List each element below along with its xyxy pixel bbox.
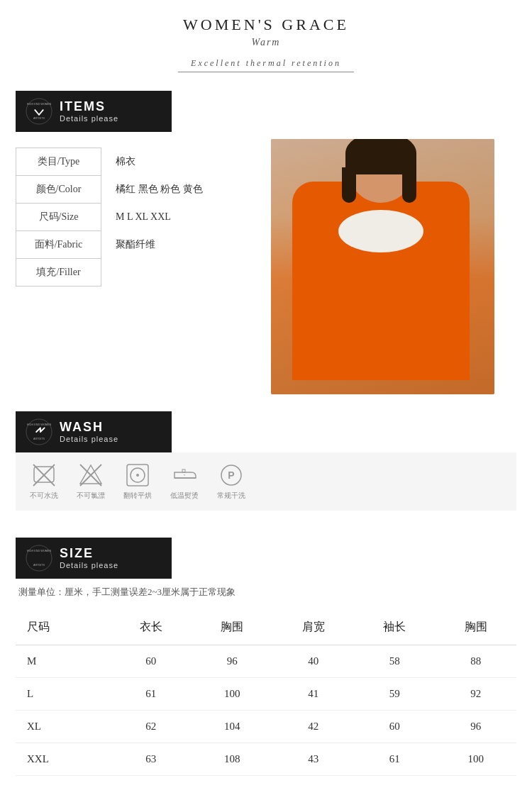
size-table-row: XXL631084361100 bbox=[16, 743, 516, 776]
wash-badge-main: WASH bbox=[60, 421, 118, 435]
size-data-cell: 62 bbox=[111, 711, 192, 743]
svg-point-13 bbox=[136, 474, 139, 477]
size-name-cell: M bbox=[16, 645, 111, 678]
items-table-row: 类目/Type棉衣 bbox=[16, 148, 257, 176]
size-data-cell: 92 bbox=[436, 678, 517, 711]
size-badge-main: SIZE bbox=[60, 547, 118, 561]
items-section: HIGH END WOMEN ARTISTS ITEMS Details ple… bbox=[0, 78, 532, 394]
svg-text:P: P bbox=[228, 469, 234, 481]
items-badge: HIGH END WOMEN ARTISTS ITEMS Details ple… bbox=[16, 91, 172, 132]
wash-icon-no-wash: 不可水洗 bbox=[30, 462, 58, 501]
page-header: WOMEN'S GRACE Warm Excellent thermal ret… bbox=[0, 0, 532, 78]
wash-icon-dry-clean: P 常规干洗 bbox=[217, 462, 245, 501]
svg-text:ARTISTS: ARTISTS bbox=[33, 564, 45, 567]
size-data-cell: 40 bbox=[273, 645, 354, 678]
size-data-cell: 43 bbox=[273, 743, 354, 776]
brand-subtitle: Warm bbox=[0, 37, 532, 48]
wash-badge: HIGH END WOMEN ARTISTS WASH Details plea… bbox=[16, 411, 172, 452]
size-table-row: XL62104426096 bbox=[16, 711, 516, 743]
items-label-cell: 填充/Filler bbox=[16, 259, 101, 287]
items-table-row: 面料/Fabric聚酯纤维 bbox=[16, 231, 257, 259]
size-data-cell: 61 bbox=[354, 743, 435, 776]
items-table-row: 颜色/Color橘红 黑色 粉色 黄色 bbox=[16, 176, 257, 204]
brand-title: WOMEN'S GRACE bbox=[0, 16, 532, 34]
size-col-header: 肩宽 bbox=[273, 610, 354, 645]
size-col-header: 衣长 bbox=[111, 610, 192, 645]
size-name-cell: XL bbox=[16, 711, 111, 743]
wash-badge-sub: Details please bbox=[60, 435, 118, 443]
size-note: 测量单位：厘米，手工测量误差2~3厘米属于正常现象 bbox=[16, 579, 516, 603]
size-table-row: M6096405888 bbox=[16, 645, 516, 678]
svg-text:ARTISTS: ARTISTS bbox=[33, 438, 45, 440]
size-data-cell: 104 bbox=[192, 711, 272, 743]
items-badge-main: ITEMS bbox=[60, 100, 118, 114]
svg-text:ARTISTS: ARTISTS bbox=[33, 117, 45, 120]
dry-clean-label: 常规干洗 bbox=[217, 491, 245, 501]
no-wash-icon bbox=[31, 462, 57, 488]
items-badge-icon: HIGH END WOMEN ARTISTS bbox=[26, 98, 52, 125]
items-label-cell: 颜色/Color bbox=[16, 176, 101, 204]
tumble-label: 翻转平烘 bbox=[123, 491, 152, 501]
size-data-cell: 108 bbox=[192, 743, 272, 776]
wash-icon-low-iron: • 低温熨烫 bbox=[170, 462, 199, 501]
size-table: 尺码衣长胸围肩宽袖长胸围 M6096405888L61100415992XL62… bbox=[16, 610, 516, 776]
wash-icon-tumble: 翻转平烘 bbox=[123, 462, 152, 501]
size-data-cell: 41 bbox=[273, 678, 354, 711]
items-value-cell: 棉衣 bbox=[101, 148, 257, 176]
tumble-icon bbox=[125, 462, 150, 488]
size-data-cell: 60 bbox=[111, 645, 192, 678]
items-value-cell bbox=[101, 259, 257, 287]
items-badge-sub: Details please bbox=[60, 114, 118, 123]
size-name-cell: XXL bbox=[16, 743, 111, 776]
size-badge: HIGH END WOMEN ARTISTS SIZE Details plea… bbox=[16, 538, 172, 579]
items-value-cell: M L XL XXL bbox=[101, 204, 257, 231]
items-product-image bbox=[271, 139, 516, 394]
size-data-cell: 96 bbox=[192, 645, 272, 678]
header-tagline: Excellent thermal retention bbox=[178, 55, 354, 72]
size-data-cell: 59 bbox=[354, 678, 435, 711]
size-section: HIGH END WOMEN ARTISTS SIZE Details plea… bbox=[0, 538, 532, 790]
size-data-cell: 100 bbox=[192, 678, 272, 711]
items-table-row: 填充/Filler bbox=[16, 259, 257, 287]
low-iron-icon: • bbox=[172, 462, 197, 488]
size-data-cell: 96 bbox=[436, 711, 517, 743]
svg-text:HIGH END WOMEN: HIGH END WOMEN bbox=[27, 423, 52, 426]
size-data-cell: 61 bbox=[111, 678, 192, 711]
items-details-left: 类目/Type棉衣颜色/Color橘红 黑色 粉色 黄色尺码/SizeM L X… bbox=[16, 139, 257, 394]
size-col-header: 尺码 bbox=[16, 610, 111, 645]
no-bleach-icon bbox=[78, 462, 104, 488]
low-iron-label: 低温熨烫 bbox=[170, 491, 199, 501]
dry-clean-icon: P bbox=[218, 462, 244, 488]
items-label-cell: 类目/Type bbox=[16, 148, 101, 176]
size-col-header: 胸围 bbox=[436, 610, 517, 645]
size-badge-sub: Details please bbox=[60, 561, 118, 569]
items-label-cell: 面料/Fabric bbox=[16, 231, 101, 259]
items-label-cell: 尺码/Size bbox=[16, 204, 101, 231]
items-value-cell: 聚酯纤维 bbox=[101, 231, 257, 259]
size-name-cell: L bbox=[16, 678, 111, 711]
size-data-cell: 60 bbox=[354, 711, 435, 743]
items-table: 类目/Type棉衣颜色/Color橘红 黑色 粉色 黄色尺码/SizeM L X… bbox=[16, 148, 257, 287]
size-data-cell: 58 bbox=[354, 645, 435, 678]
svg-text:HIGH END WOMEN: HIGH END WOMEN bbox=[27, 550, 52, 552]
wash-icon-no-bleach: 不可氯漂 bbox=[77, 462, 105, 501]
wash-section: HIGH END WOMEN ARTISTS WASH Details plea… bbox=[0, 411, 532, 525]
size-col-header: 袖长 bbox=[354, 610, 435, 645]
wash-icons-container: 不可水洗 不可氯漂 翻转平烘 • bbox=[16, 452, 516, 511]
size-data-cell: 42 bbox=[273, 711, 354, 743]
size-badge-icon: HIGH END WOMEN ARTISTS bbox=[26, 545, 52, 572]
svg-text:•: • bbox=[184, 473, 185, 477]
size-col-header: 胸围 bbox=[192, 610, 272, 645]
items-table-row: 尺码/SizeM L XL XXL bbox=[16, 204, 257, 231]
size-table-row: L61100415992 bbox=[16, 678, 516, 711]
size-data-cell: 63 bbox=[111, 743, 192, 776]
items-value-cell: 橘红 黑色 粉色 黄色 bbox=[101, 176, 257, 204]
no-wash-label: 不可水洗 bbox=[30, 491, 58, 501]
no-bleach-label: 不可氯漂 bbox=[77, 491, 105, 501]
wash-badge-icon: HIGH END WOMEN ARTISTS bbox=[26, 418, 52, 445]
size-data-cell: 100 bbox=[436, 743, 517, 776]
svg-text:HIGH END WOMEN: HIGH END WOMEN bbox=[27, 103, 52, 106]
size-data-cell: 88 bbox=[436, 645, 517, 678]
